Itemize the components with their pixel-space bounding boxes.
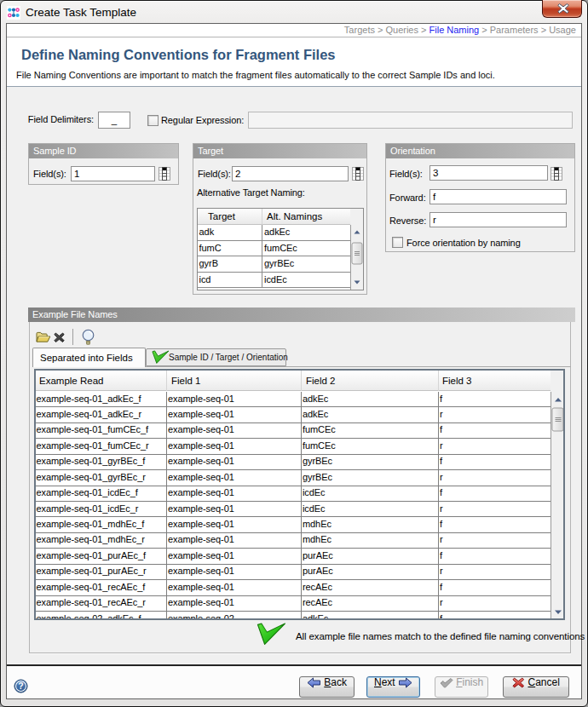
svg-text:?: ? <box>18 681 23 691</box>
